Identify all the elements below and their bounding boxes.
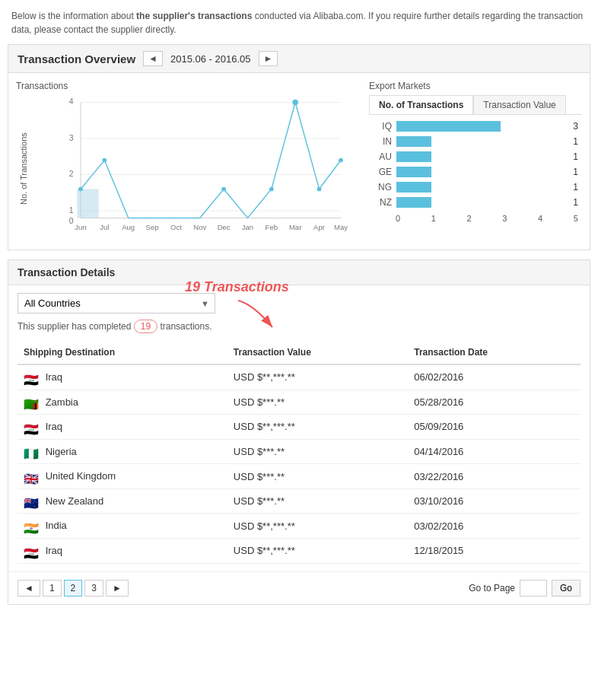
flag-icon-2: 🇮🇶 — [24, 422, 39, 433]
country-name-4: United Kingdom — [46, 470, 116, 482]
goto-input[interactable] — [520, 580, 547, 597]
bar-value-ng: 1 — [573, 182, 578, 192]
svg-text:Jul: Jul — [100, 223, 109, 231]
table-row: 🇮🇳 India USD $**,***.** 03/02/2016 — [17, 514, 581, 539]
page-btn-2[interactable]: 2 — [64, 580, 83, 597]
prev-date-btn[interactable]: ◄ — [143, 51, 163, 66]
flag-icon-4: 🇬🇧 — [24, 472, 39, 482]
table-row: 🇳🇿 New Zealand USD $***.** 03/10/2016 — [17, 488, 581, 514]
country-name-6: India — [46, 520, 67, 531]
transactions-chart: Transactions No. of Transactions 4 3 2 — [16, 81, 361, 242]
completed-info: This supplier has completed 19 transacti… — [17, 320, 581, 333]
next-page-btn[interactable]: ► — [106, 580, 129, 597]
svg-text:1: 1 — [69, 206, 74, 215]
country-name-2: Iraq — [46, 421, 62, 432]
top-info: Below is the information about the suppl… — [0, 0, 598, 44]
table-header-row: Shipping Destination Transaction Value T… — [17, 341, 581, 364]
table-row: 🇮🇶 Iraq USD $**,***.** 12/18/2015 — [17, 538, 581, 563]
cell-value-3: USD $***.** — [227, 439, 408, 464]
bar-label-au: AU — [373, 151, 392, 162]
bar-row-nz: NZ 1 — [373, 197, 578, 208]
cell-country-0: 🇮🇶 Iraq — [17, 364, 227, 390]
svg-point-17 — [317, 187, 322, 192]
flag-icon-6: 🇮🇳 — [24, 521, 39, 532]
svg-rect-11 — [77, 189, 99, 218]
table-row: 🇮🇶 Iraq USD $**,***.** 06/02/2016 — [17, 364, 581, 390]
flag-icon-3: 🇳🇬 — [24, 447, 39, 457]
bar-track-iq — [396, 121, 570, 132]
goto-btn[interactable]: Go — [552, 580, 581, 597]
bar-track-in — [396, 136, 570, 147]
flag-icon-5: 🇳🇿 — [24, 496, 39, 507]
svg-text:Jan: Jan — [242, 223, 253, 231]
chart-label: Transactions — [16, 81, 361, 91]
svg-text:Mar: Mar — [289, 223, 301, 231]
svg-point-13 — [103, 158, 107, 163]
bar-track-ng — [396, 182, 570, 192]
bar-label-iq: IQ — [373, 121, 392, 132]
cell-country-3: 🇳🇬 Nigeria — [17, 439, 227, 464]
cell-country-1: 🇿🇲 Zambia — [17, 390, 227, 415]
next-date-btn[interactable]: ► — [259, 51, 278, 66]
cell-value-5: USD $***.** — [227, 488, 408, 514]
y-axis-label: No. of Transactions — [16, 95, 31, 242]
svg-text:Oct: Oct — [170, 223, 182, 231]
svg-text:4: 4 — [69, 97, 74, 106]
svg-point-16 — [292, 100, 298, 106]
cell-value-4: USD $***.** — [227, 464, 408, 489]
bar-label-ng: NG — [373, 182, 392, 192]
bar-fill-iq — [396, 121, 501, 132]
bar-value-nz: 1 — [573, 197, 578, 208]
prev-page-btn[interactable]: ◄ — [17, 580, 40, 597]
svg-point-15 — [269, 187, 274, 192]
cell-value-1: USD $***.** — [227, 390, 408, 415]
transaction-details-box: Transaction Details 19 Transactions All … — [8, 259, 590, 605]
cell-value-6: USD $**,***.** — [227, 514, 408, 539]
tab-no-transactions[interactable]: No. of Transactions — [369, 95, 473, 114]
flag-icon-1: 🇿🇲 — [24, 397, 39, 408]
cell-date-7: 12/18/2015 — [408, 538, 581, 563]
svg-text:2: 2 — [69, 170, 74, 178]
country-name-1: Zambia — [46, 396, 78, 408]
bar-fill-ng — [396, 182, 431, 192]
country-select[interactable]: All Countries Iraq Zambia Nigeria United… — [17, 293, 215, 313]
cell-country-5: 🇳🇿 New Zealand — [17, 488, 227, 514]
overview-title: Transaction Overview — [17, 52, 135, 65]
page-buttons: ◄ 1 2 3 ► — [17, 580, 129, 597]
cell-date-1: 05/28/2016 — [408, 390, 581, 415]
bar-fill-in — [396, 136, 431, 147]
country-name-7: Iraq — [46, 545, 62, 556]
table-row: 🇮🇶 Iraq USD $**,***.** 05/09/2016 — [17, 415, 581, 440]
svg-point-14 — [221, 187, 226, 192]
bar-fill-au — [396, 151, 431, 162]
country-name-3: Nigeria — [46, 446, 77, 457]
cell-country-2: 🇮🇶 Iraq — [17, 415, 227, 440]
goto-page: Go to Page Go — [469, 580, 581, 597]
pagination-bar: ◄ 1 2 3 ► Go to Page Go — [8, 571, 590, 604]
line-chart-svg: 4 3 2 1 0 — [31, 95, 361, 240]
table-body: 🇮🇶 Iraq USD $**,***.** 06/02/2016 🇿🇲 Zam… — [17, 364, 581, 563]
bar-row-ng: NG 1 — [373, 182, 578, 192]
export-tabs: No. of Transactions Transaction Value — [369, 95, 582, 115]
annotation-text: 19 Transactions — [185, 279, 289, 295]
svg-text:Sep: Sep — [146, 223, 159, 231]
details-header: Transaction Details — [8, 260, 590, 285]
page-btn-3[interactable]: 3 — [84, 580, 103, 597]
page-btn-1[interactable]: 1 — [43, 580, 62, 597]
table-row: 🇳🇬 Nigeria USD $***.** 04/14/2016 — [17, 439, 581, 464]
tab-transaction-value[interactable]: Transaction Value — [473, 95, 565, 114]
bar-fill-nz — [396, 197, 431, 208]
svg-point-18 — [339, 158, 343, 163]
country-name-5: New Zealand — [46, 495, 104, 507]
table-row: 🇿🇲 Zambia USD $***.** 05/28/2016 — [17, 390, 581, 415]
col-date: Transaction Date — [408, 341, 581, 364]
annotation-arrow — [231, 297, 291, 335]
table-row: 🇬🇧 United Kingdom USD $***.** 03/22/2016 — [17, 464, 581, 489]
cell-country-7: 🇮🇶 Iraq — [17, 538, 227, 563]
bar-value-ge: 1 — [573, 167, 578, 177]
svg-point-12 — [78, 187, 83, 192]
country-select-wrapper: All Countries Iraq Zambia Nigeria United… — [17, 293, 215, 313]
details-body: 19 Transactions All Countries Iraq Zambi… — [8, 285, 590, 571]
overview-header: Transaction Overview ◄ 2015.06 - 2016.05… — [8, 45, 590, 73]
charts-row: Transactions No. of Transactions 4 3 2 — [8, 73, 590, 250]
